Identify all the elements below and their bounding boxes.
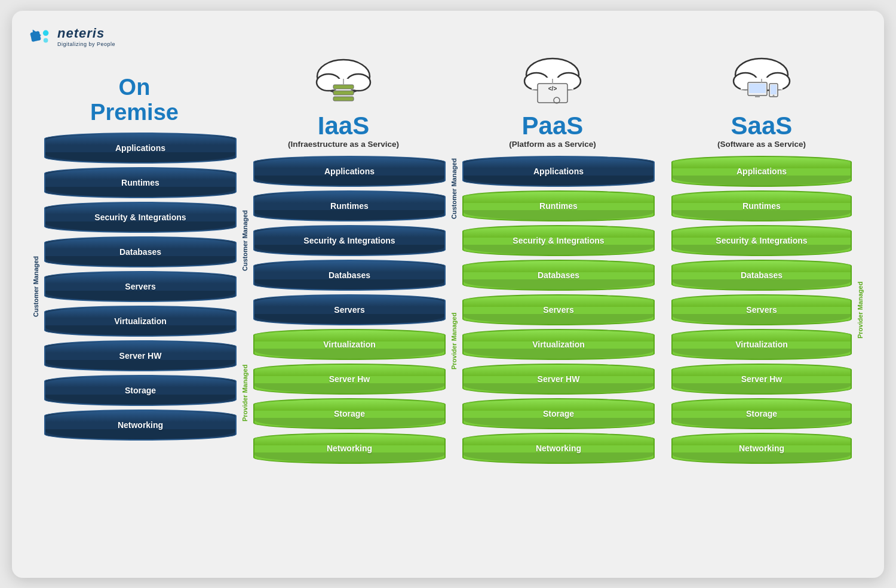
- layer-pill-1: Runtimes: [462, 190, 655, 221]
- layer-pill-0: Applications: [462, 156, 655, 187]
- layer-pill-6: Server HW: [44, 340, 237, 371]
- column-on-premise: OnPremiseCustomer ManagedApplicationsRun…: [30, 54, 239, 441]
- layer-pill-4: Servers: [462, 294, 655, 325]
- cloud-icon-saas: [729, 54, 794, 110]
- col-header-saas: SaaS (Software as a Service): [717, 54, 806, 149]
- layer-pill-1: Runtimes: [44, 167, 237, 198]
- layer-pill-0: Applications: [671, 156, 852, 187]
- logo-name: neteris: [57, 26, 115, 41]
- customer-managed-label-paas: Customer Managed: [450, 156, 458, 221]
- column-paas: </> PaaS (Platform as a Service)Customer…: [448, 54, 657, 464]
- layer-pill-3: Databases: [671, 260, 852, 291]
- pill-stack-iaas: ApplicationsRuntimesSecurity & Integrati…: [251, 156, 448, 464]
- provider-managed-label-iaas: Provider Managed: [241, 325, 248, 460]
- layer-pill-4: Servers: [44, 271, 237, 302]
- customer-label-col-paas: Customer ManagedProvider Managed: [448, 156, 460, 464]
- column-saas: SaaS (Software as a Service)Applications…: [657, 54, 866, 464]
- svg-point-4: [44, 38, 48, 42]
- svg-rect-26: [749, 84, 766, 93]
- stacks-area-on-premise: Customer ManagedApplicationsRuntimesSecu…: [30, 133, 239, 441]
- provider-managed-label-paas: Provider Managed: [450, 221, 458, 460]
- cloud-icon-iaas: [311, 54, 376, 110]
- provider-managed-label-saas: Provider Managed: [857, 156, 864, 464]
- layer-pill-3: Databases: [253, 260, 446, 291]
- logo-text: neteris Digitalizing by People: [57, 26, 115, 47]
- layer-pill-2: Security & Integrations: [671, 225, 852, 256]
- layer-pill-7: Storage: [462, 398, 655, 429]
- svg-rect-27: [755, 96, 760, 97]
- layer-pill-8: Networking: [44, 410, 237, 441]
- provider-label-col-saas: Provider Managed: [854, 156, 866, 464]
- logo-icon: [30, 25, 53, 48]
- col-title-main-on-premise: OnPremise: [90, 75, 179, 125]
- col-header-on-premise: OnPremise: [90, 54, 179, 125]
- layer-pill-7: Storage: [44, 375, 237, 406]
- stacks-area-iaas: Customer ManagedProvider ManagedApplicat…: [239, 156, 448, 464]
- layer-pill-4: Servers: [671, 294, 852, 325]
- svg-point-30: [772, 94, 774, 96]
- main-card: neteris Digitalizing by People OnPremise…: [12, 11, 884, 578]
- layer-pill-8: Networking: [671, 433, 852, 464]
- stacks-area-saas: ApplicationsRuntimesSecurity & Integrati…: [657, 156, 866, 464]
- svg-rect-10: [333, 91, 354, 95]
- layer-pill-0: Applications: [253, 156, 446, 187]
- col-title-on-premise: OnPremise: [90, 75, 179, 125]
- svg-rect-29: [771, 85, 777, 94]
- col-title-saas: SaaS (Software as a Service): [717, 112, 806, 149]
- layer-pill-5: Virtualization: [671, 329, 852, 360]
- customer-label-col-iaas: Customer ManagedProvider Managed: [239, 156, 251, 464]
- col-header-paas: </> PaaS (Platform as a Service): [509, 54, 596, 149]
- cloud-icon-paas: </>: [520, 54, 585, 110]
- layer-pill-5: Virtualization: [44, 306, 237, 337]
- col-header-iaas: IaaS (Infraestructure as a Service): [288, 54, 399, 149]
- col-title-sub-saas: (Software as a Service): [717, 140, 806, 149]
- layer-pill-6: Server Hw: [253, 364, 446, 395]
- customer-managed-label-iaas: Customer Managed: [241, 156, 248, 325]
- layer-pill-5: Virtualization: [253, 329, 446, 360]
- svg-rect-11: [333, 97, 354, 101]
- layer-pill-2: Security & Integrations: [44, 202, 237, 233]
- customer-managed-label-on-premise: Customer Managed: [32, 133, 39, 441]
- layer-pill-6: Server HW: [462, 364, 655, 395]
- layer-pill-6: Server Hw: [671, 364, 852, 395]
- layer-pill-4: Servers: [253, 294, 446, 325]
- layer-pill-8: Networking: [462, 433, 655, 464]
- col-title-main-iaas: IaaS: [288, 112, 399, 140]
- layer-pill-8: Networking: [253, 433, 446, 464]
- layer-pill-5: Virtualization: [462, 329, 655, 360]
- pill-stack-on-premise: ApplicationsRuntimesSecurity & Integrati…: [42, 133, 239, 441]
- svg-text:</>: </>: [548, 85, 557, 92]
- layer-pill-3: Databases: [44, 236, 237, 267]
- layer-pill-1: Runtimes: [253, 190, 446, 221]
- layer-pill-2: Security & Integrations: [462, 225, 655, 256]
- layer-pill-1: Runtimes: [671, 190, 852, 221]
- col-title-main-paas: PaaS: [509, 112, 596, 140]
- logo-tagline: Digitalizing by People: [57, 41, 115, 47]
- stacks-area-paas: Customer ManagedProvider ManagedApplicat…: [448, 156, 657, 464]
- logo: neteris Digitalizing by People: [30, 25, 115, 48]
- svg-point-3: [43, 30, 49, 36]
- header: neteris Digitalizing by People: [30, 25, 866, 48]
- pill-stack-saas: ApplicationsRuntimesSecurity & Integrati…: [669, 156, 854, 464]
- svg-rect-9: [333, 85, 354, 89]
- pill-stack-paas: ApplicationsRuntimesSecurity & Integrati…: [460, 156, 657, 464]
- customer-label-col-saas: [657, 156, 669, 464]
- customer-label-col-on-premise: Customer Managed: [30, 133, 42, 441]
- layer-pill-3: Databases: [462, 260, 655, 291]
- col-title-sub-iaas: (Infraestructure as a Service): [288, 140, 399, 149]
- layer-pill-7: Storage: [671, 398, 852, 429]
- layer-pill-2: Security & Integrations: [253, 225, 446, 256]
- col-title-main-saas: SaaS: [717, 112, 806, 140]
- col-title-paas: PaaS (Platform as a Service): [509, 112, 596, 149]
- layer-pill-7: Storage: [253, 398, 446, 429]
- column-iaas: IaaS (Infraestructure as a Service)Custo…: [239, 54, 448, 464]
- col-title-iaas: IaaS (Infraestructure as a Service): [288, 112, 399, 149]
- layer-pill-0: Applications: [44, 133, 237, 164]
- col-title-sub-paas: (Platform as a Service): [509, 140, 596, 149]
- columns-container: OnPremiseCustomer ManagedApplicationsRun…: [30, 54, 866, 566]
